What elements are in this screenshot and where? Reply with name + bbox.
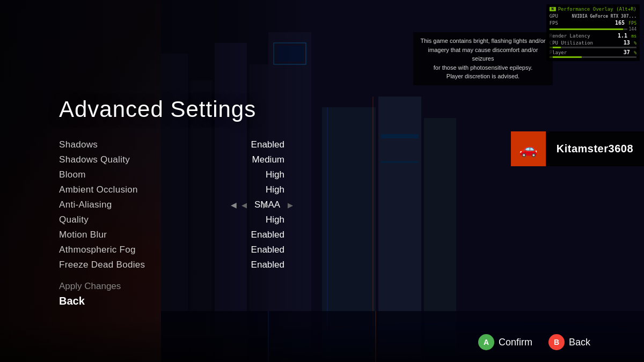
player-profile: 🚗 Kitamster3608 xyxy=(511,131,644,166)
back-button[interactable]: Back xyxy=(59,294,293,308)
perf-title: Performance Overlay (Alt+R) xyxy=(558,6,636,12)
perf-mem-bar xyxy=(550,56,636,58)
perf-gpu-label: GPU xyxy=(550,13,558,19)
setting-value-bloom: High xyxy=(241,169,284,180)
epilepsy-line1: This game contains bright, flashing ligh… xyxy=(421,38,546,44)
perf-cpu-value: 13 % xyxy=(624,40,636,46)
back-action-button[interactable]: B Back xyxy=(548,334,590,350)
perf-latency-value: 1.1 ms xyxy=(618,33,636,39)
b-button-icon: B xyxy=(548,334,565,350)
perf-latency-row: Render Latency 1.1 ms xyxy=(550,33,636,39)
perf-cpu-label: CPU Utilization xyxy=(550,40,593,46)
car-icon: 🚗 xyxy=(519,140,538,158)
settings-row-shadows[interactable]: Shadows Enabled xyxy=(59,137,293,152)
perf-fps-bar: 144 xyxy=(550,27,636,32)
settings-panel: Advanced Settings Shadows Enabled Shadow… xyxy=(59,97,293,308)
nvidia-logo: N xyxy=(550,7,556,11)
perf-latency-label: Render Latency xyxy=(550,33,590,39)
settings-row-freeze-dead-bodies[interactable]: Freeze Dead Bodies Enabled xyxy=(59,257,293,272)
settings-row-shadows-quality[interactable]: Shadows Quality Medium xyxy=(59,152,293,167)
setting-value-shadows-quality: Medium xyxy=(241,154,284,165)
settings-row-motion-blur[interactable]: Motion Blur Enabled xyxy=(59,227,293,242)
player-avatar: 🚗 xyxy=(511,131,546,166)
settings-row-quality[interactable]: Quality High xyxy=(59,212,293,227)
setting-name-bloom: Bloom xyxy=(59,169,241,180)
setting-name-anti-aliasing: Anti-Aliasing xyxy=(59,200,241,210)
perf-fps-row: FPS 165 FPS xyxy=(550,20,636,26)
setting-name-freeze-dead-bodies: Freeze Dead Bodies xyxy=(59,260,241,270)
perf-mem-value: 37 % xyxy=(624,49,636,55)
epilepsy-line3: for those with photosensitive epilepsy. xyxy=(434,64,532,71)
perf-header: N Performance Overlay (Alt+R) xyxy=(550,6,636,12)
arrow-right-icon[interactable]: ▶ xyxy=(288,201,293,209)
settings-row-ambient-occlusion[interactable]: Ambient Occlusion High xyxy=(59,182,293,197)
setting-value-motion-blur: Enabled xyxy=(241,230,284,240)
epilepsy-line4: Player discretion is advised. xyxy=(447,73,519,79)
perf-fps-value: 165 FPS xyxy=(615,20,636,26)
settings-title: Advanced Settings xyxy=(59,97,293,122)
a-button-icon: A xyxy=(478,334,494,350)
perf-gpu-value: NVIDIA GeForce RTX 307... xyxy=(572,14,636,19)
arrow-left-icon[interactable]: ◀ xyxy=(241,201,247,209)
settings-row-athmospheric-fog[interactable]: Athmospheric Fog Enabled xyxy=(59,242,293,257)
setting-name-shadows-quality: Shadows Quality xyxy=(59,154,241,165)
setting-name-athmospheric-fog: Athmospheric Fog xyxy=(59,245,241,255)
setting-value-quality: High xyxy=(241,215,284,225)
setting-name-motion-blur: Motion Blur xyxy=(59,230,241,240)
setting-name-ambient-occlusion: Ambient Occlusion xyxy=(59,184,241,195)
perf-cpu-row: CPU Utilization 13 % xyxy=(550,40,636,46)
epilepsy-line2: imagery that may cause discomfort and/or… xyxy=(428,47,538,62)
setting-value-freeze-dead-bodies: Enabled xyxy=(241,260,284,270)
apply-changes-button[interactable]: Apply Changes xyxy=(59,279,293,294)
player-name: Kitamster3608 xyxy=(557,143,633,155)
bottom-buttons: A Confirm B Back xyxy=(478,334,590,350)
settings-row-bloom[interactable]: Bloom High xyxy=(59,167,293,182)
setting-value-anti-aliasing: SMAA xyxy=(251,200,283,210)
perf-cpu-bar xyxy=(550,47,636,48)
setting-value-athmospheric-fog: Enabled xyxy=(241,245,284,255)
performance-overlay: N Performance Overlay (Alt+R) GPU NVIDIA… xyxy=(546,4,640,61)
perf-gpu-row: GPU NVIDIA GeForce RTX 307... xyxy=(550,13,636,19)
confirm-button[interactable]: A Confirm xyxy=(478,334,532,350)
content-layer: N Performance Overlay (Alt+R) GPU NVIDIA… xyxy=(0,0,644,362)
arrows-container: ◀ SMAA ▶ xyxy=(241,200,293,210)
back-label: Back xyxy=(569,337,590,348)
perf-mem-row: Player 37 % xyxy=(550,49,636,55)
setting-value-ambient-occlusion: High xyxy=(241,184,284,195)
epilepsy-warning: This game contains bright, flashing ligh… xyxy=(413,32,553,85)
perf-fps-target: 144 xyxy=(629,27,636,32)
settings-list: Shadows Enabled Shadows Quality Medium B… xyxy=(59,137,293,272)
setting-value-shadows: Enabled xyxy=(241,139,284,150)
player-name-container: Kitamster3608 xyxy=(546,131,644,166)
setting-name-quality: Quality xyxy=(59,215,241,225)
confirm-label: Confirm xyxy=(499,337,532,348)
settings-row-anti-aliasing[interactable]: Anti-Aliasing ◀ SMAA ▶ xyxy=(59,197,293,212)
perf-fps-label: FPS xyxy=(550,20,558,26)
setting-name-shadows: Shadows xyxy=(59,139,241,150)
